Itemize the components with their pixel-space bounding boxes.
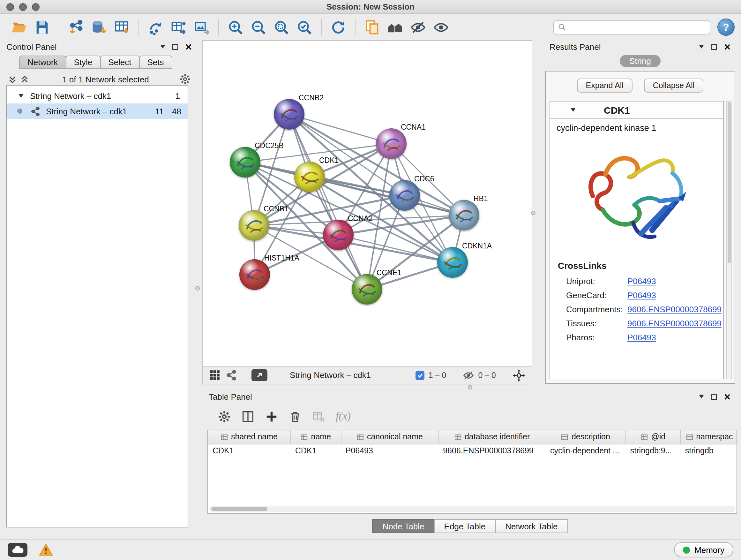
tab-network[interactable]: Network — [19, 56, 66, 69]
columns-icon[interactable] — [241, 410, 255, 423]
clone-network-button[interactable] — [144, 17, 167, 37]
memory-button[interactable]: Memory — [674, 542, 733, 557]
import-network-database-button[interactable] — [87, 17, 111, 37]
window-minimize-button[interactable] — [19, 3, 27, 11]
network-node-ccnb2[interactable] — [274, 99, 305, 130]
protein-section-header[interactable]: CDK1 — [550, 102, 723, 119]
float-panel-icon[interactable] — [160, 45, 165, 49]
network-from-table-button[interactable] — [167, 17, 190, 37]
crosslink-link[interactable]: P06493 — [627, 276, 722, 286]
import-table-button[interactable] — [111, 17, 133, 37]
tree-expander-icon[interactable] — [18, 94, 23, 98]
delete-table-icon[interactable] — [312, 410, 326, 423]
selected-checkbox[interactable] — [416, 371, 425, 380]
expand-all-button[interactable]: Expand All — [577, 78, 632, 92]
network-node-ccna2[interactable] — [323, 220, 354, 250]
zoom-fit-button[interactable] — [270, 17, 293, 37]
table-row[interactable]: CDK1CDK1P064939606.ENSP00000378699cyclin… — [208, 444, 737, 456]
function-builder-button[interactable]: f(x) — [336, 410, 351, 423]
collapse-all-button[interactable]: Collapse All — [644, 78, 704, 92]
table-cell[interactable]: stringdb — [681, 444, 737, 456]
network-icon[interactable] — [226, 370, 237, 381]
tab-sets[interactable]: Sets — [139, 56, 172, 69]
gear-icon[interactable] — [179, 73, 191, 85]
network-node-hist1h1a[interactable] — [239, 259, 270, 290]
network-edges[interactable] — [203, 41, 532, 366]
open-session-button[interactable] — [8, 17, 30, 37]
trash-icon[interactable] — [288, 410, 302, 423]
splitter-handle[interactable] — [531, 211, 536, 215]
table-cell[interactable]: CDK1 — [208, 444, 291, 456]
import-network-file-button[interactable] — [64, 17, 87, 37]
network-node-cdc25b[interactable] — [230, 147, 260, 178]
chevron-double-up-icon[interactable] — [20, 74, 29, 84]
houses-button[interactable] — [384, 17, 407, 37]
pan-crosshair-icon[interactable] — [513, 369, 525, 381]
table-cell[interactable]: stringdb:9... — [626, 444, 681, 456]
zoom-in-button[interactable] — [224, 17, 247, 37]
tab-string[interactable]: String — [620, 55, 661, 67]
float-panel-icon[interactable] — [699, 395, 704, 398]
tab-network-table[interactable]: Network Table — [495, 519, 568, 533]
network-node-ccnb1[interactable] — [239, 210, 269, 241]
float-panel-icon[interactable] — [699, 45, 704, 49]
window-zoom-button[interactable] — [32, 3, 40, 11]
save-session-button[interactable] — [30, 17, 54, 37]
network-node-cdc6[interactable] — [389, 180, 420, 211]
search-input[interactable] — [569, 22, 706, 32]
network-node-cdk1[interactable] — [294, 162, 325, 192]
close-panel-icon[interactable] — [724, 43, 731, 50]
table-cell[interactable]: P06493 — [341, 444, 439, 456]
table-cell[interactable]: cyclin-dependent ... — [546, 444, 626, 456]
column-header-database-identifier[interactable]: database identifier — [439, 430, 546, 444]
detach-view-button[interactable] — [252, 369, 267, 381]
splitter-handle[interactable] — [195, 286, 200, 291]
column-header-namespac[interactable]: namespac — [681, 430, 737, 444]
refresh-button[interactable] — [327, 17, 350, 37]
add-column-icon[interactable] — [265, 410, 278, 423]
scrollbar-thumb[interactable] — [211, 507, 267, 511]
crosslink-link[interactable]: P06493 — [627, 333, 722, 342]
warnings-button[interactable] — [38, 542, 54, 557]
table-horizontal-scrollbar[interactable] — [209, 506, 735, 512]
network-canvas[interactable]: CCNB2CCNA1CDC25BCDK1CDC6RB1CCNB1CCNA2CDK… — [202, 40, 532, 367]
table-cell[interactable]: CDK1 — [291, 444, 341, 456]
tab-node-table[interactable]: Node Table — [372, 519, 434, 533]
tab-style[interactable]: Style — [65, 56, 100, 69]
hide-button[interactable] — [407, 17, 429, 37]
column-header-name[interactable]: name — [291, 430, 341, 444]
crosslink-link[interactable]: 9606.ENSP00000378699 — [627, 319, 722, 328]
close-panel-icon[interactable] — [185, 43, 192, 50]
maximize-panel-icon[interactable] — [711, 394, 717, 399]
scrollbar-thumb[interactable] — [728, 102, 731, 263]
results-scrollbar[interactable] — [726, 101, 732, 379]
crosslink-link[interactable]: P06493 — [627, 291, 722, 300]
zoom-out-button[interactable] — [247, 17, 270, 37]
network-node-rb1[interactable] — [449, 200, 479, 231]
column-header-canonical-name[interactable]: canonical name — [341, 430, 439, 444]
help-button[interactable]: ? — [718, 18, 735, 36]
network-row-selected[interactable]: String Network – cdk1 11 48 — [7, 104, 188, 119]
column-header--id[interactable]: @id — [626, 430, 681, 444]
column-header-shared-name[interactable]: shared name — [208, 430, 291, 444]
splitter-handle[interactable] — [468, 385, 472, 389]
network-node-cdkn1a[interactable] — [437, 247, 468, 278]
maximize-panel-icon[interactable] — [172, 44, 178, 50]
section-expander-icon[interactable] — [570, 108, 576, 112]
window-close-button[interactable] — [6, 3, 14, 11]
network-node-ccne1[interactable] — [352, 274, 382, 305]
maximize-panel-icon[interactable] — [711, 44, 717, 50]
cloud-button[interactable] — [8, 543, 27, 557]
birdseye-grid-icon[interactable] — [209, 370, 220, 381]
tab-select[interactable]: Select — [100, 56, 139, 69]
chevron-double-down-icon[interactable] — [8, 74, 17, 84]
gear-icon[interactable] — [218, 410, 231, 423]
close-panel-icon[interactable] — [724, 393, 731, 400]
tab-edge-table[interactable]: Edge Table — [434, 519, 496, 533]
column-header-description[interactable]: description — [546, 430, 626, 444]
copy-document-button[interactable] — [360, 17, 384, 37]
network-node-ccna1[interactable] — [376, 128, 407, 159]
zoom-selected-button[interactable] — [293, 17, 316, 37]
table-cell[interactable]: 9606.ENSP00000378699 — [439, 444, 546, 456]
export-image-button[interactable] — [190, 17, 213, 37]
